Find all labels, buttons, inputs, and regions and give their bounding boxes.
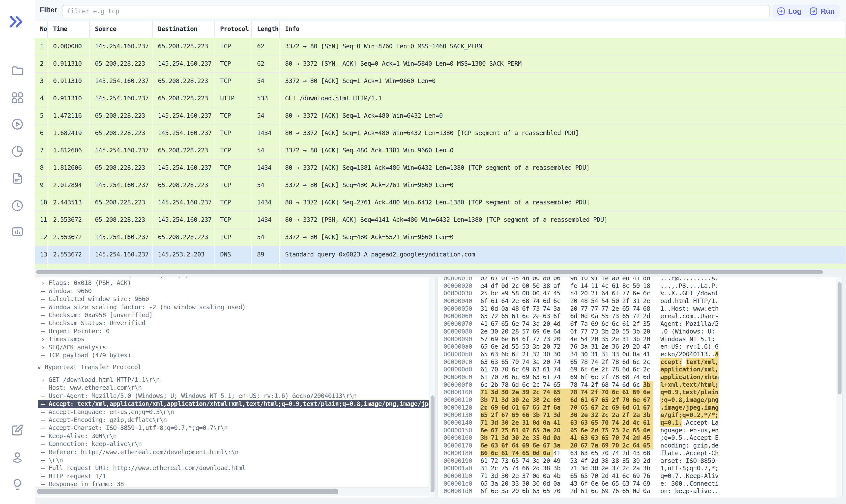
- hex-byte[interactable]: 6d: [622, 366, 633, 374]
- hex-byte[interactable]: 65: [564, 358, 581, 366]
- user-icon[interactable]: [11, 451, 24, 464]
- hex-byte[interactable]: a0: [612, 276, 622, 282]
- hex-byte[interactable]: 2d: [601, 472, 612, 480]
- hex-byte[interactable]: 4c: [633, 419, 643, 427]
- hex-byte[interactable]: 90: [564, 276, 581, 282]
- hex-byte[interactable]: 63: [581, 434, 591, 442]
- hex-byte[interactable]: 57: [522, 328, 532, 336]
- hex-byte[interactable]: 6e: [633, 290, 643, 298]
- hex-byte[interactable]: 6e: [480, 442, 491, 449]
- hex-byte[interactable]: 30: [591, 465, 601, 472]
- hex-byte[interactable]: 6f: [522, 305, 532, 313]
- packet-row-6[interactable]: 61.68241965.208.228.223145.254.160.237TC…: [35, 125, 846, 142]
- hex-byte[interactable]: 64: [553, 328, 564, 336]
- hex-byte[interactable]: 7a: [581, 320, 591, 328]
- hex-byte[interactable]: 3b: [643, 465, 653, 472]
- hex-byte[interactable]: 67: [501, 411, 512, 419]
- detail-vertical-scrollbar-track[interactable]: [429, 277, 435, 498]
- hex-byte[interactable]: 65: [501, 320, 512, 328]
- hex-byte[interactable]: 0d: [543, 434, 553, 442]
- hex-byte[interactable]: 3a: [491, 480, 501, 488]
- pie-chart-icon[interactable]: [11, 145, 24, 158]
- hex-byte[interactable]: 0a: [591, 312, 601, 320]
- hex-byte[interactable]: 2f: [543, 404, 553, 412]
- hex-byte[interactable]: 69: [601, 442, 612, 449]
- hex-byte[interactable]: 3a: [532, 457, 543, 465]
- hex-byte[interactable]: 48: [581, 298, 591, 305]
- hex-byte[interactable]: 14: [581, 282, 591, 290]
- detail-line[interactable]: –Accept-Language: en-us,en;q=0.5\r\n: [35, 408, 429, 416]
- hex-byte[interactable]: 75: [501, 427, 512, 434]
- hex-byte[interactable]: 6e: [532, 442, 543, 449]
- hex-byte[interactable]: 20: [553, 336, 564, 343]
- hex-byte[interactable]: 74: [633, 374, 643, 381]
- hex-byte[interactable]: 77: [622, 290, 633, 298]
- hex-byte[interactable]: 54: [581, 336, 591, 343]
- hex-byte[interactable]: 67: [491, 320, 501, 328]
- hex-byte[interactable]: 63: [532, 366, 543, 374]
- hex-byte[interactable]: 77: [601, 305, 612, 313]
- hex-byte[interactable]: 2d: [643, 312, 653, 320]
- hex-byte[interactable]: 2c: [622, 442, 633, 449]
- hex-byte[interactable]: 74: [543, 389, 553, 396]
- hex-byte[interactable]: 74: [612, 449, 622, 457]
- hex-byte[interactable]: 3d: [581, 465, 591, 472]
- hex-byte[interactable]: 6e: [512, 320, 522, 328]
- hex-byte[interactable]: 63: [564, 419, 581, 427]
- hex-byte[interactable]: 57: [480, 336, 491, 343]
- hex-byte[interactable]: 6e: [601, 480, 612, 488]
- packet-row-10[interactable]: 102.44351365.208.228.223145.254.160.237T…: [35, 194, 846, 212]
- hex-byte[interactable]: 74: [581, 381, 591, 389]
- column-header-destination[interactable]: Destination: [153, 21, 215, 38]
- hex-byte[interactable]: 32: [532, 350, 543, 358]
- hex-byte[interactable]: 70: [601, 449, 612, 457]
- play-circle-icon[interactable]: [11, 118, 24, 131]
- hex-byte[interactable]: 74: [522, 320, 532, 328]
- column-header-info[interactable]: Info: [280, 21, 846, 38]
- hex-byte[interactable]: 72: [491, 457, 501, 465]
- hex-byte[interactable]: 70: [553, 487, 564, 495]
- hex-byte[interactable]: 6f: [612, 290, 622, 298]
- hex-byte[interactable]: 70: [591, 472, 601, 480]
- hex-byte[interactable]: 2e: [532, 312, 543, 320]
- hex-byte[interactable]: 2f: [622, 298, 633, 305]
- hex-byte[interactable]: bc: [491, 290, 501, 298]
- hex-byte[interactable]: 73: [501, 457, 512, 465]
- hex-byte[interactable]: 0d: [543, 480, 553, 488]
- packet-row-4[interactable]: 40.911310145.254.160.23765.208.228.223HT…: [35, 90, 846, 108]
- hex-byte[interactable]: 6c: [633, 381, 643, 389]
- hex-byte[interactable]: 20: [612, 328, 622, 336]
- hex-byte[interactable]: 02: [480, 276, 491, 282]
- hex-byte[interactable]: 2d: [643, 457, 653, 465]
- hex-byte[interactable]: 2e: [581, 411, 591, 419]
- hex-byte[interactable]: 64: [633, 442, 643, 449]
- column-header-no[interactable]: No.: [35, 21, 48, 38]
- hex-byte[interactable]: 74: [522, 358, 532, 366]
- hex-byte[interactable]: 2c: [543, 396, 553, 404]
- hex-byte[interactable]: 35: [601, 336, 612, 343]
- hex-byte[interactable]: 2c: [643, 358, 653, 366]
- hex-byte[interactable]: 3a: [501, 487, 512, 495]
- hex-byte[interactable]: 31: [522, 419, 532, 427]
- detail-line[interactable]: –Full request URI: http://www.ethereal.c…: [35, 464, 429, 472]
- hex-byte[interactable]: 58: [512, 290, 522, 298]
- hex-byte[interactable]: 78: [612, 358, 622, 366]
- packet-row-1[interactable]: 10.000000145.254.160.23765.208.228.223TC…: [35, 38, 846, 55]
- hex-byte[interactable]: 67: [591, 396, 601, 404]
- hex-byte[interactable]: 2e: [512, 472, 522, 480]
- hex-byte[interactable]: 3a: [543, 427, 553, 434]
- hex-byte[interactable]: 61: [512, 427, 522, 434]
- hex-byte[interactable]: 64: [512, 336, 522, 343]
- hex-byte[interactable]: 6d: [643, 374, 653, 381]
- bar-chart-icon[interactable]: [11, 225, 24, 238]
- hex-byte[interactable]: 2e: [512, 298, 522, 305]
- hex-byte[interactable]: 3d: [491, 389, 501, 396]
- hex-byte[interactable]: 53: [522, 343, 532, 350]
- hex-byte[interactable]: 33: [512, 480, 522, 488]
- hex-byte[interactable]: 8c: [622, 282, 633, 290]
- hex-byte[interactable]: 2f: [601, 366, 612, 374]
- hex-byte[interactable]: 65: [581, 472, 591, 480]
- hex-byte[interactable]: 0a: [501, 305, 512, 313]
- hex-byte[interactable]: 63: [581, 449, 591, 457]
- hex-byte[interactable]: 65: [612, 480, 622, 488]
